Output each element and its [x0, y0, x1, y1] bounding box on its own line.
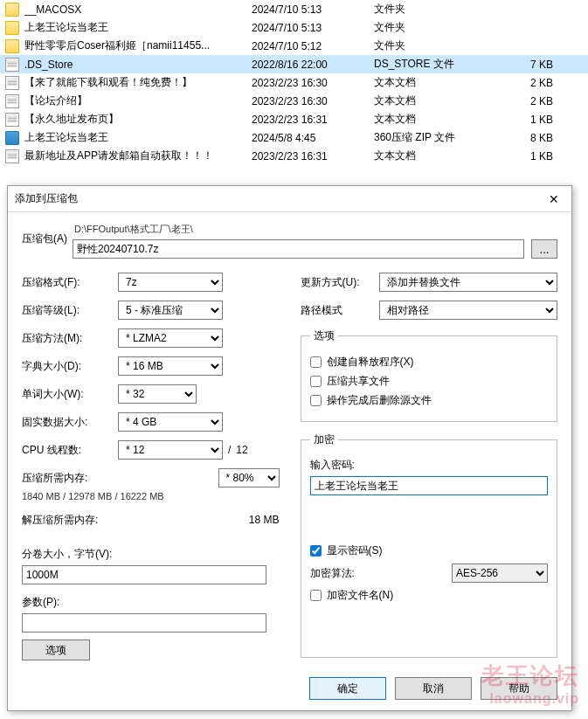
delete-checkbox[interactable] [310, 395, 322, 406]
file-date: 2023/2/23 16:30 [252, 77, 374, 89]
dict-select[interactable]: * 16 MB [118, 356, 223, 376]
method-select[interactable]: * LZMA2 [118, 328, 223, 348]
file-row[interactable]: .DS_Store2022/8/16 22:00DS_STORE 文件7 KB [0, 55, 588, 73]
options-button[interactable]: 选项 [22, 639, 90, 660]
share-checkbox[interactable] [310, 376, 322, 387]
show-password-checkbox[interactable] [310, 545, 322, 557]
path-label: 路径模式 [301, 303, 379, 318]
help-button[interactable]: 帮助 [481, 677, 557, 700]
archive-row: 压缩包(A) D:\FFOutput\格式工厂\老王\ ... [22, 223, 557, 259]
folder-icon [5, 39, 19, 53]
file-row[interactable]: 【永久地址发布页】2023/2/23 16:31文本文档1 KB [0, 110, 588, 128]
enc-method-label: 加密算法: [310, 566, 355, 581]
sfx-checkbox-row[interactable]: 创建自释放程序(X) [310, 355, 549, 370]
browse-button[interactable]: ... [531, 239, 557, 259]
file-type: 360压缩 ZIP 文件 [374, 130, 509, 145]
archive-name-input[interactable] [73, 239, 524, 259]
format-label: 压缩格式(F): [22, 275, 118, 290]
encryption-legend: 加密 [310, 432, 338, 447]
file-date: 2023/2/23 16:30 [252, 95, 374, 107]
file-name: 野性零零后Coser福利姬［namii11455... [24, 38, 252, 53]
folder-icon [5, 21, 19, 35]
sfx-checkbox[interactable] [310, 356, 322, 368]
word-select[interactable]: * 32 [118, 384, 197, 404]
level-select[interactable]: 5 - 标准压缩 [118, 301, 223, 320]
delete-label: 操作完成后删除源文件 [327, 393, 432, 408]
file-date: 2023/2/23 16:31 [252, 150, 374, 162]
archive-dialog: 添加到压缩包 ✕ 压缩包(A) D:\FFOutput\格式工厂\老王\ ...… [7, 185, 572, 711]
file-type: 文本文档 [374, 75, 509, 90]
delete-checkbox-row[interactable]: 操作完成后删除源文件 [310, 393, 549, 408]
left-column: 压缩格式(F):7z 压缩等级(L):5 - 标准压缩 压缩方法(M):* LZ… [22, 273, 280, 668]
path-select[interactable]: 相对路径 [379, 301, 558, 320]
dialog-footer: 确定 取消 帮助 [22, 668, 557, 700]
right-column: 更新方式(U):添加并替换文件 路径模式相对路径 选项 创建自释放程序(X) 压… [301, 273, 558, 668]
file-name: __MACOSX [24, 3, 252, 16]
vol-label: 分卷大小，字节(V): [22, 547, 280, 562]
file-type: 文件夹 [374, 20, 509, 35]
format-select[interactable]: 7z [118, 273, 223, 292]
method-label: 压缩方法(M): [22, 331, 118, 346]
file-row[interactable]: 上老王论坛当老王2024/5/8 4:45360压缩 ZIP 文件8 KB [0, 128, 588, 147]
mem-comp-label: 压缩所需内存: [22, 471, 218, 486]
mem-decomp-label: 解压缩所需内存: [22, 513, 249, 528]
dialog-body: 压缩包(A) D:\FFOutput\格式工厂\老王\ ... 压缩格式(F):… [8, 212, 571, 710]
file-type: 文本文档 [374, 149, 509, 163]
ok-button[interactable]: 确定 [309, 677, 386, 700]
enc-names-row[interactable]: 加密文件名(N) [310, 588, 549, 603]
file-row[interactable]: 【来了就能下载和观看！纯免费！】2023/2/23 16:30文本文档2 KB [0, 73, 588, 92]
dialog-title: 添加到压缩包 [15, 191, 78, 206]
share-checkbox-row[interactable]: 压缩共享文件 [310, 374, 549, 389]
enc-method-select[interactable]: AES-256 [452, 563, 548, 583]
file-row[interactable]: 最新地址及APP请发邮箱自动获取！！！2023/2/23 16:31文本文档1 … [0, 147, 588, 165]
update-select[interactable]: 添加并替换文件 [379, 273, 558, 292]
archive-path: D:\FFOutput\格式工厂\老王\ [73, 223, 557, 236]
volume-input[interactable] [22, 565, 266, 584]
cancel-button[interactable]: 取消 [395, 677, 472, 700]
solid-select[interactable]: * 4 GB [118, 412, 223, 432]
file-size: 1 KB [509, 150, 553, 162]
file-type: 文件夹 [374, 38, 509, 53]
file-name: 【永久地址发布页】 [24, 112, 252, 127]
share-label: 压缩共享文件 [327, 374, 390, 389]
file-name: 【来了就能下载和观看！纯免费！】 [24, 75, 252, 90]
password-input[interactable] [310, 476, 549, 495]
file-row[interactable]: 【论坛介绍】2023/2/23 16:30文本文档2 KB [0, 92, 588, 110]
file-name: 上老王论坛当老王 [24, 130, 252, 145]
file-date: 2024/7/10 5:12 [252, 40, 374, 52]
options-legend: 选项 [310, 328, 338, 343]
doc-icon [5, 113, 19, 127]
doc-icon [5, 76, 19, 90]
file-name: .DS_Store [24, 59, 252, 71]
mem-comp-select[interactable]: * 80% [218, 468, 280, 487]
file-row[interactable]: __MACOSX2024/7/10 5:13文件夹 [0, 0, 588, 18]
file-date: 2023/2/23 16:31 [252, 114, 374, 126]
cpu-label: CPU 线程数: [22, 443, 118, 458]
folder-icon [5, 3, 19, 17]
mem-info: 1840 MB / 12978 MB / 16222 MB [22, 491, 280, 501]
password-label: 输入密码: [310, 458, 549, 473]
file-type: 文本文档 [374, 93, 509, 108]
param-input[interactable] [22, 613, 266, 633]
mem-decomp-value: 18 MB [249, 514, 280, 526]
file-row[interactable]: 野性零零后Coser福利姬［namii11455...2024/7/10 5:1… [0, 37, 588, 55]
file-name: 最新地址及APP请发邮箱自动获取！！！ [24, 149, 252, 163]
file-date: 2024/7/10 5:13 [252, 3, 374, 16]
enc-names-checkbox[interactable] [310, 590, 322, 601]
slash: / [228, 444, 231, 456]
enc-names-label: 加密文件名(N) [327, 588, 394, 603]
sfx-label: 创建自释放程序(X) [327, 355, 414, 370]
file-date: 2024/7/10 5:13 [252, 22, 374, 34]
file-row[interactable]: 上老王论坛当老王2024/7/10 5:13文件夹 [0, 18, 588, 37]
file-size: 1 KB [509, 114, 553, 126]
file-name: 上老王论坛当老王 [24, 20, 252, 35]
file-type: 文本文档 [374, 112, 509, 127]
cpu-select[interactable]: * 12 [118, 440, 223, 460]
encryption-fieldset: 加密 输入密码: 显示密码(S) 加密算法:AES-256 加密文件名(N) [301, 432, 558, 658]
close-button[interactable]: ✕ [543, 189, 564, 210]
word-label: 单词大小(W): [22, 387, 118, 402]
show-password-row[interactable]: 显示密码(S) [310, 543, 549, 558]
show-password-label: 显示密码(S) [327, 543, 383, 558]
titlebar: 添加到压缩包 ✕ [8, 186, 571, 212]
doc-icon [5, 149, 19, 163]
